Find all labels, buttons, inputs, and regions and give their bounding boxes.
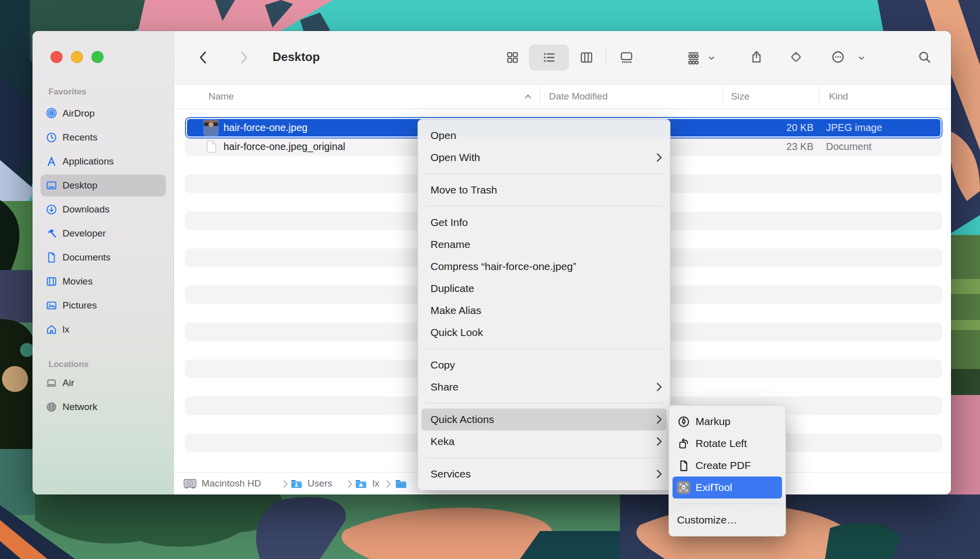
sidebar-item-recents[interactable]: Recents [40,126,166,148]
column-header-row: Name Date Modified Size Kind [174,84,951,109]
column-header-kind[interactable]: Kind [829,91,848,102]
quick-actions-submenu: Markup Rotate Left Create PDF ExifTool C… [668,405,786,536]
developer-hammer-icon [45,227,58,240]
sidebar-item-applications[interactable]: Applications [40,150,166,172]
sidebar-item-network[interactable]: Network [40,396,166,418]
tag-icon[interactable] [789,50,803,64]
chevron-down-icon[interactable] [857,54,866,62]
sidebar-item-movies[interactable]: Movies [40,270,166,292]
menu-separator [425,458,663,458]
menu-item-copy[interactable]: Copy [418,354,670,376]
gallery-view-icon[interactable] [620,50,634,64]
menu-item-make-alias[interactable]: Make Alias [418,300,670,322]
menu-item-rename[interactable]: Rename [418,234,670,256]
view-divider [606,50,606,66]
sidebar-item-downloads[interactable]: Downloads [40,198,166,220]
submenu-item-exiftool[interactable]: ExifTool [672,476,782,498]
menu-item-quick-look[interactable]: Quick Look [418,322,670,344]
menu-separator [425,174,663,174]
more-icon[interactable] [831,50,845,64]
home-icon [45,323,58,336]
menu-item-get-info[interactable]: Get Info [418,212,670,234]
column-divider[interactable] [722,88,723,106]
group-by-icon[interactable] [686,50,701,65]
submenu-chevron-icon [656,153,662,162]
menu-item-duplicate[interactable]: Duplicate [418,278,670,300]
menu-separator [425,348,663,349]
movies-icon [45,275,58,288]
window-title: Desktop [272,50,320,64]
chevron-down-icon[interactable] [707,54,716,62]
breadcrumb-lx[interactable]: lx [372,478,380,489]
create-pdf-icon [677,459,690,472]
exiftool-icon [677,481,690,494]
hard-drive-icon [184,478,196,489]
menu-item-quick-actions[interactable]: Quick Actions [422,408,666,430]
column-divider[interactable] [540,88,540,106]
grid-view-icon[interactable] [506,50,520,64]
submenu-item-markup[interactable]: Markup [672,410,782,432]
zoom-button[interactable] [92,51,104,63]
share-icon[interactable] [750,50,764,64]
submenu-item-customize[interactable]: Customize… [672,509,782,531]
sidebar-item-home-lx[interactable]: lx [40,318,166,340]
search-icon[interactable] [918,50,932,64]
menu-item-move-to-trash[interactable]: Move to Trash [418,179,670,201]
sidebar-item-air[interactable]: Air [40,372,166,394]
folder-icon [395,479,407,489]
folder-user-icon [290,479,302,489]
submenu-chevron-icon [656,470,662,478]
chevron-right-icon [386,480,391,488]
file-size: 20 KB [698,117,814,138]
column-header-date-modified[interactable]: Date Modified [549,91,608,102]
sidebar-item-airdrop[interactable]: AirDrop [40,102,166,124]
submenu-chevron-icon [656,382,662,392]
downloads-icon [45,203,58,216]
desktop-icon [45,179,58,192]
column-view-icon[interactable] [580,50,594,64]
menu-separator [425,403,663,404]
context-menu: Open Open With Move to Trash Get Info Re… [418,119,670,490]
chevron-right-icon [348,480,352,488]
column-divider[interactable] [819,88,820,106]
sidebar-item-pictures[interactable]: Pictures [40,294,166,316]
sidebar-item-desktop[interactable]: Desktop [40,174,166,196]
breadcrumb-users[interactable]: Users [308,478,332,489]
menu-item-share[interactable]: Share [418,376,670,398]
menu-separator [425,206,663,206]
sidebar-section-favorites: Favorites [48,87,86,97]
menu-item-open[interactable]: Open [418,124,670,146]
minimize-button[interactable] [71,51,83,63]
sidebar-item-documents[interactable]: Documents [40,246,166,268]
documents-icon [45,251,58,264]
list-view-icon[interactable] [542,50,556,64]
close-button[interactable] [50,51,62,63]
airdrop-icon [45,107,58,120]
file-name[interactable]: hair-force-one.jpeg_original [224,138,345,156]
markup-icon [677,415,690,428]
file-size: 23 KB [698,138,814,156]
rotate-left-icon [677,437,690,450]
document-icon [206,140,218,154]
menu-item-keka[interactable]: Keka [418,430,670,452]
recents-clock-icon [45,131,58,144]
file-name[interactable]: hair-force-one.jpeg [224,117,308,138]
pictures-icon [45,299,58,312]
sort-ascending-icon[interactable] [524,94,532,100]
submenu-item-rotate-left[interactable]: Rotate Left [672,432,782,454]
back-icon[interactable] [196,50,210,65]
breadcrumb-macintosh-hd[interactable]: Macintosh HD [202,478,261,489]
chevron-right-icon [283,480,288,488]
sidebar-section-locations: Locations [48,360,88,370]
menu-item-open-with[interactable]: Open With [418,146,670,168]
laptop-icon [45,376,58,390]
sidebar: Favorites AirDrop Recents Applications D… [32,31,174,494]
forward-icon[interactable] [236,50,250,65]
column-header-size[interactable]: Size [731,91,750,102]
menu-item-services[interactable]: Services [418,463,670,485]
sidebar-item-developer[interactable]: Developer [40,222,166,244]
submenu-item-create-pdf[interactable]: Create PDF [672,454,782,476]
column-header-name[interactable]: Name [208,91,234,102]
menu-item-compress[interactable]: Compress “hair-force-one.jpeg” [418,256,670,278]
submenu-chevron-icon [656,437,662,446]
